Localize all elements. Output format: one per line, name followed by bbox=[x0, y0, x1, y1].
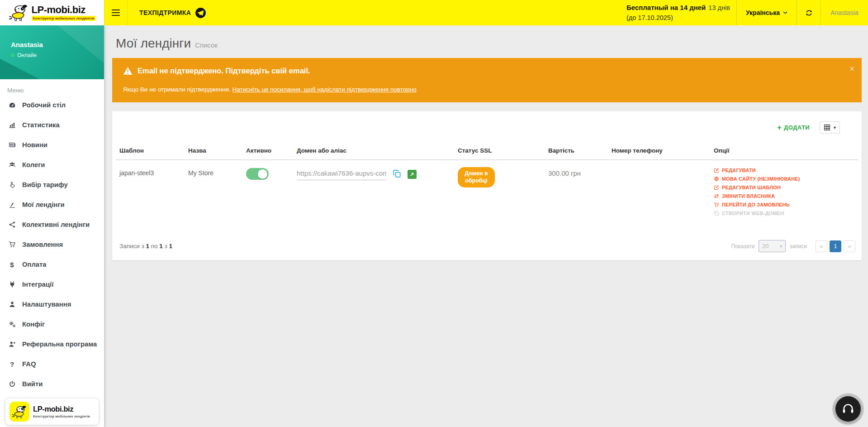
email-warning-banner: × Email не підтверджено. Підтвердіть сві… bbox=[112, 58, 862, 102]
resend-confirmation-link[interactable]: Натисніть це посилання, щоб надіслати пі… bbox=[232, 86, 417, 93]
refresh-button[interactable] bbox=[797, 0, 821, 25]
logo-title: LP-mobi.biz bbox=[32, 5, 96, 15]
dog-mascot-icon bbox=[12, 405, 27, 419]
hand-pointer-icon bbox=[9, 181, 16, 188]
language-label: Українська bbox=[746, 9, 780, 16]
sidebar-username: Anastasia bbox=[11, 41, 104, 48]
exchange-icon bbox=[714, 193, 719, 199]
ssl-status-badge: Домен в обробці bbox=[458, 167, 495, 187]
close-icon[interactable]: × bbox=[849, 64, 854, 73]
col-header-price: Вартість bbox=[545, 143, 608, 160]
footer-logo-title: LP-mobi.biz bbox=[33, 405, 90, 413]
sidebar-item-collective-landings[interactable]: Колективні лендінги bbox=[0, 215, 104, 235]
option-site-language-link[interactable]: МОВА САЙТУ (НЕЗМІНЮВАНЕ) bbox=[714, 176, 854, 182]
col-header-options: Опції bbox=[710, 143, 858, 160]
trial-until: (до 17.10.2025) bbox=[626, 13, 730, 23]
online-status: Онлайн bbox=[11, 52, 104, 58]
support-label: ТЕХПІДТРИМКА bbox=[139, 9, 191, 16]
sidebar-item-tariff[interactable]: Вибір тарифу bbox=[0, 175, 104, 195]
telegram-icon bbox=[195, 7, 206, 19]
trial-days-left: 13 днів bbox=[708, 4, 730, 11]
trial-plan: Бесплатный на 14 дней bbox=[626, 4, 706, 11]
cart-icon bbox=[9, 241, 16, 248]
app-root: LP-mobi.biz Конструктор мобильных лендин… bbox=[0, 0, 868, 427]
card-toolbar: + ДОДАТИ ▾ bbox=[116, 117, 858, 143]
sidebar-item-colleagues[interactable]: Колеги bbox=[0, 155, 104, 175]
clone-icon bbox=[714, 211, 719, 216]
sidebar-item-logout[interactable]: Вийти bbox=[0, 374, 104, 394]
sidebar-menu: Робочий стіл Статистика Новини Колеги Ви… bbox=[0, 95, 104, 394]
cell-template: japan-steel3 bbox=[116, 160, 185, 226]
sidebar-item-faq[interactable]: ?FAQ bbox=[0, 354, 104, 374]
header-logo[interactable]: LP-mobi.biz Конструктор мобильных лендин… bbox=[0, 0, 104, 25]
sidebar-item-orders[interactable]: Замовлення bbox=[0, 235, 104, 254]
sidebar-item-settings[interactable]: Налаштування bbox=[0, 294, 104, 314]
topbar: LP-mobi.biz Конструктор мобильных лендин… bbox=[0, 0, 868, 25]
user-plus-icon bbox=[9, 341, 16, 348]
page-size-select[interactable]: 20 ▾ bbox=[759, 240, 786, 252]
option-change-owner-link[interactable]: ЗМІНИТИ ВЛАСНИКА bbox=[714, 193, 854, 199]
copy-icon bbox=[393, 169, 401, 178]
option-edit-link[interactable]: РЕДАГУВАТИ bbox=[714, 168, 854, 173]
pagination: « 1 » bbox=[816, 240, 855, 252]
col-header-phone: Номер телефону bbox=[608, 143, 710, 160]
landings-card: + ДОДАТИ ▾ Шаблон bbox=[112, 111, 862, 260]
open-domain-button[interactable] bbox=[408, 170, 417, 179]
plus-icon: + bbox=[777, 124, 782, 131]
sidebar-footer-logo[interactable]: LP-mobi.biz Конструктор мобільних лендін… bbox=[5, 398, 99, 425]
logo-subtitle: Конструктор мобильных лендингов bbox=[32, 16, 96, 21]
footer-logo-badge bbox=[9, 402, 29, 422]
col-header-domain: Домен або аліас bbox=[293, 143, 454, 160]
dog-mascot-icon bbox=[9, 4, 28, 22]
prev-page-button[interactable]: « bbox=[816, 240, 827, 252]
sidebar-item-dashboard[interactable]: Робочий стіл bbox=[0, 95, 104, 115]
sidebar: Anastasia Онлайн Меню Робочий стіл Стати… bbox=[0, 25, 104, 427]
news-icon bbox=[9, 141, 16, 149]
copy-domain-button[interactable] bbox=[393, 169, 401, 179]
grid-icon bbox=[824, 124, 830, 131]
table-footer: Записи з 1 по 1 з 1 Показати 20 ▾ записи… bbox=[116, 240, 858, 252]
external-link-icon bbox=[409, 172, 415, 177]
next-page-button[interactable]: » bbox=[844, 240, 855, 252]
columns-dropdown-button[interactable]: ▾ bbox=[820, 121, 840, 134]
page-header: Мої лендінгиСписок bbox=[112, 25, 862, 58]
topbar-username[interactable]: Anastasia bbox=[821, 0, 868, 25]
records-label: записи bbox=[790, 243, 807, 249]
sidebar-item-config[interactable]: Конфіг bbox=[0, 314, 104, 334]
sidebar-toggle-button[interactable] bbox=[104, 0, 128, 25]
plug-icon bbox=[9, 281, 16, 288]
online-dot-icon bbox=[11, 53, 14, 57]
cell-name: My Store bbox=[185, 160, 242, 226]
menu-section-label: Меню bbox=[7, 87, 104, 94]
question-icon: ? bbox=[8, 360, 16, 368]
active-toggle[interactable] bbox=[246, 168, 269, 180]
cell-phone bbox=[608, 160, 710, 226]
edit-icon bbox=[714, 185, 719, 190]
show-label: Показати bbox=[731, 243, 754, 249]
sidebar-item-statistics[interactable]: Статистика bbox=[0, 115, 104, 135]
caret-down-icon: ▾ bbox=[834, 125, 836, 130]
stats-icon bbox=[9, 121, 16, 129]
support-chat-button[interactable] bbox=[835, 396, 861, 422]
sidebar-item-integrations[interactable]: Інтеграції bbox=[0, 274, 104, 294]
language-selector[interactable]: Українська bbox=[737, 0, 797, 25]
support-link[interactable]: ТЕХПІДТРИМКА bbox=[128, 0, 218, 25]
warning-icon bbox=[123, 67, 133, 75]
domain-input[interactable] bbox=[297, 168, 386, 180]
col-header-template: Шаблон bbox=[116, 143, 185, 160]
page-title: Мої лендінги bbox=[116, 36, 191, 50]
page-1-button[interactable]: 1 bbox=[830, 240, 841, 252]
banner-text: Якщо Ви не отримали підтвердження. bbox=[123, 86, 232, 93]
sidebar-item-referral[interactable]: Реферальна програма bbox=[0, 334, 104, 354]
sidebar-item-payment[interactable]: $Оплата bbox=[0, 254, 104, 274]
sidebar-item-my-landings[interactable]: Мої лендінги bbox=[0, 195, 104, 215]
refresh-icon bbox=[805, 9, 813, 17]
landings-icon bbox=[9, 201, 16, 208]
add-landing-button[interactable]: + ДОДАТИ bbox=[777, 124, 810, 131]
sidebar-item-news[interactable]: Новини bbox=[0, 135, 104, 155]
users-icon bbox=[9, 161, 16, 168]
trial-info: Бесплатный на 14 дней13 днів (до 17.10.2… bbox=[626, 0, 736, 25]
option-go-to-orders-link[interactable]: ПЕРЕЙТИ ДО ЗАМОВЛЕНЬ bbox=[714, 202, 854, 207]
gears-icon bbox=[9, 321, 16, 328]
option-edit-template-link[interactable]: РЕДАГУВАТИ ШАБЛОН bbox=[714, 185, 854, 190]
